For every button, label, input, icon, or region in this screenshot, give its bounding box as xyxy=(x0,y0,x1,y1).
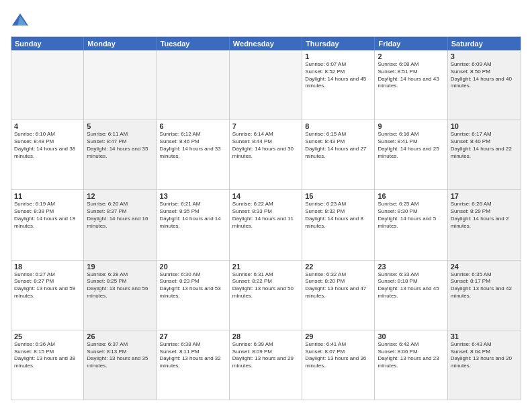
header-day-wednesday: Wednesday xyxy=(230,37,302,50)
empty-cell-0-3 xyxy=(230,50,302,120)
day-cell-31: 31Sunrise: 6:43 AM Sunset: 8:04 PM Dayli… xyxy=(448,330,521,400)
day-number: 31 xyxy=(451,332,518,340)
calendar-row-1: 4Sunrise: 6:10 AM Sunset: 8:48 PM Daylig… xyxy=(11,120,521,189)
day-cell-10: 10Sunrise: 6:17 AM Sunset: 8:40 PM Dayli… xyxy=(448,120,521,189)
header-day-tuesday: Tuesday xyxy=(157,37,230,50)
calendar-row-4: 25Sunrise: 6:36 AM Sunset: 8:15 PM Dayli… xyxy=(11,330,521,400)
day-info: Sunrise: 6:10 AM Sunset: 8:48 PM Dayligh… xyxy=(14,131,81,160)
day-cell-19: 19Sunrise: 6:28 AM Sunset: 8:25 PM Dayli… xyxy=(84,261,157,330)
day-info: Sunrise: 6:11 AM Sunset: 8:47 PM Dayligh… xyxy=(87,131,153,160)
day-number: 27 xyxy=(160,332,226,340)
calendar-row-2: 11Sunrise: 6:19 AM Sunset: 8:38 PM Dayli… xyxy=(11,189,521,259)
empty-cell-0-1 xyxy=(84,50,157,120)
empty-cell-0-2 xyxy=(157,50,230,120)
day-cell-6: 6Sunrise: 6:12 AM Sunset: 8:46 PM Daylig… xyxy=(157,120,230,189)
day-info: Sunrise: 6:31 AM Sunset: 8:22 PM Dayligh… xyxy=(232,271,299,300)
day-info: Sunrise: 6:25 AM Sunset: 8:30 PM Dayligh… xyxy=(378,201,444,230)
day-info: Sunrise: 6:41 AM Sunset: 8:07 PM Dayligh… xyxy=(305,341,371,370)
day-number: 20 xyxy=(160,263,226,271)
day-number: 17 xyxy=(451,192,518,200)
day-number: 9 xyxy=(378,122,444,130)
day-cell-21: 21Sunrise: 6:31 AM Sunset: 8:22 PM Dayli… xyxy=(230,261,302,330)
logo-icon xyxy=(11,11,30,30)
day-cell-5: 5Sunrise: 6:11 AM Sunset: 8:47 PM Daylig… xyxy=(84,120,157,189)
day-cell-11: 11Sunrise: 6:19 AM Sunset: 8:38 PM Dayli… xyxy=(11,190,84,259)
day-info: Sunrise: 6:07 AM Sunset: 8:52 PM Dayligh… xyxy=(305,61,371,90)
day-cell-7: 7Sunrise: 6:14 AM Sunset: 8:44 PM Daylig… xyxy=(230,120,302,189)
day-number: 19 xyxy=(87,263,153,271)
day-number: 29 xyxy=(305,332,371,340)
header-day-thursday: Thursday xyxy=(302,37,375,50)
logo xyxy=(11,11,32,30)
day-info: Sunrise: 6:19 AM Sunset: 8:38 PM Dayligh… xyxy=(14,201,81,230)
day-info: Sunrise: 6:09 AM Sunset: 8:50 PM Dayligh… xyxy=(451,61,518,90)
calendar-body: 1Sunrise: 6:07 AM Sunset: 8:52 PM Daylig… xyxy=(11,50,521,400)
page: SundayMondayTuesdayWednesdayThursdayFrid… xyxy=(0,0,532,411)
day-cell-3: 3Sunrise: 6:09 AM Sunset: 8:50 PM Daylig… xyxy=(448,50,521,120)
day-number: 11 xyxy=(14,192,81,200)
day-info: Sunrise: 6:37 AM Sunset: 8:13 PM Dayligh… xyxy=(87,341,153,370)
day-cell-26: 26Sunrise: 6:37 AM Sunset: 8:13 PM Dayli… xyxy=(84,330,157,400)
day-number: 26 xyxy=(87,332,153,340)
day-number: 24 xyxy=(451,263,518,271)
day-info: Sunrise: 6:36 AM Sunset: 8:15 PM Dayligh… xyxy=(14,341,81,370)
day-cell-9: 9Sunrise: 6:16 AM Sunset: 8:41 PM Daylig… xyxy=(375,120,447,189)
day-info: Sunrise: 6:22 AM Sunset: 8:33 PM Dayligh… xyxy=(232,201,299,230)
day-cell-22: 22Sunrise: 6:32 AM Sunset: 8:20 PM Dayli… xyxy=(302,261,375,330)
day-number: 7 xyxy=(232,122,299,130)
day-number: 13 xyxy=(160,192,226,200)
day-info: Sunrise: 6:32 AM Sunset: 8:20 PM Dayligh… xyxy=(305,271,371,300)
day-number: 15 xyxy=(305,192,371,200)
day-info: Sunrise: 6:30 AM Sunset: 8:23 PM Dayligh… xyxy=(160,271,226,300)
day-info: Sunrise: 6:15 AM Sunset: 8:43 PM Dayligh… xyxy=(305,131,371,160)
day-info: Sunrise: 6:12 AM Sunset: 8:46 PM Dayligh… xyxy=(160,131,226,160)
day-info: Sunrise: 6:16 AM Sunset: 8:41 PM Dayligh… xyxy=(378,131,444,160)
day-info: Sunrise: 6:39 AM Sunset: 8:09 PM Dayligh… xyxy=(232,341,299,370)
day-number: 5 xyxy=(87,122,153,130)
day-number: 10 xyxy=(451,122,518,130)
day-number: 4 xyxy=(14,122,81,130)
header-day-saturday: Saturday xyxy=(448,37,521,50)
day-info: Sunrise: 6:17 AM Sunset: 8:40 PM Dayligh… xyxy=(451,131,518,160)
day-number: 25 xyxy=(14,332,81,340)
day-number: 30 xyxy=(378,332,444,340)
day-info: Sunrise: 6:35 AM Sunset: 8:17 PM Dayligh… xyxy=(451,271,518,300)
day-number: 22 xyxy=(305,263,371,271)
day-info: Sunrise: 6:08 AM Sunset: 8:51 PM Dayligh… xyxy=(378,61,444,90)
calendar-row-0: 1Sunrise: 6:07 AM Sunset: 8:52 PM Daylig… xyxy=(11,50,521,120)
day-info: Sunrise: 6:26 AM Sunset: 8:29 PM Dayligh… xyxy=(451,201,518,230)
header xyxy=(11,11,521,30)
day-cell-14: 14Sunrise: 6:22 AM Sunset: 8:33 PM Dayli… xyxy=(230,190,302,259)
day-cell-17: 17Sunrise: 6:26 AM Sunset: 8:29 PM Dayli… xyxy=(448,190,521,259)
day-number: 12 xyxy=(87,192,153,200)
day-cell-29: 29Sunrise: 6:41 AM Sunset: 8:07 PM Dayli… xyxy=(302,330,375,400)
day-info: Sunrise: 6:28 AM Sunset: 8:25 PM Dayligh… xyxy=(87,271,153,300)
day-cell-1: 1Sunrise: 6:07 AM Sunset: 8:52 PM Daylig… xyxy=(302,50,375,120)
day-info: Sunrise: 6:38 AM Sunset: 8:11 PM Dayligh… xyxy=(160,341,226,370)
calendar-header: SundayMondayTuesdayWednesdayThursdayFrid… xyxy=(11,37,521,50)
day-number: 21 xyxy=(232,263,299,271)
day-cell-4: 4Sunrise: 6:10 AM Sunset: 8:48 PM Daylig… xyxy=(11,120,84,189)
day-number: 18 xyxy=(14,263,81,271)
day-number: 3 xyxy=(451,52,518,60)
day-number: 14 xyxy=(232,192,299,200)
day-cell-23: 23Sunrise: 6:33 AM Sunset: 8:18 PM Dayli… xyxy=(375,261,447,330)
calendar: SundayMondayTuesdayWednesdayThursdayFrid… xyxy=(11,36,521,400)
day-info: Sunrise: 6:33 AM Sunset: 8:18 PM Dayligh… xyxy=(378,271,444,300)
header-day-friday: Friday xyxy=(375,37,447,50)
day-cell-18: 18Sunrise: 6:27 AM Sunset: 8:27 PM Dayli… xyxy=(11,261,84,330)
day-cell-27: 27Sunrise: 6:38 AM Sunset: 8:11 PM Dayli… xyxy=(157,330,230,400)
day-cell-13: 13Sunrise: 6:21 AM Sunset: 8:35 PM Dayli… xyxy=(157,190,230,259)
day-number: 8 xyxy=(305,122,371,130)
day-info: Sunrise: 6:21 AM Sunset: 8:35 PM Dayligh… xyxy=(160,201,226,230)
day-number: 6 xyxy=(160,122,226,130)
day-info: Sunrise: 6:42 AM Sunset: 8:06 PM Dayligh… xyxy=(378,341,444,370)
day-cell-25: 25Sunrise: 6:36 AM Sunset: 8:15 PM Dayli… xyxy=(11,330,84,400)
day-number: 16 xyxy=(378,192,444,200)
day-cell-20: 20Sunrise: 6:30 AM Sunset: 8:23 PM Dayli… xyxy=(157,261,230,330)
day-info: Sunrise: 6:27 AM Sunset: 8:27 PM Dayligh… xyxy=(14,271,81,300)
day-cell-28: 28Sunrise: 6:39 AM Sunset: 8:09 PM Dayli… xyxy=(230,330,302,400)
day-number: 23 xyxy=(378,263,444,271)
day-cell-12: 12Sunrise: 6:20 AM Sunset: 8:37 PM Dayli… xyxy=(84,190,157,259)
day-info: Sunrise: 6:43 AM Sunset: 8:04 PM Dayligh… xyxy=(451,341,518,370)
